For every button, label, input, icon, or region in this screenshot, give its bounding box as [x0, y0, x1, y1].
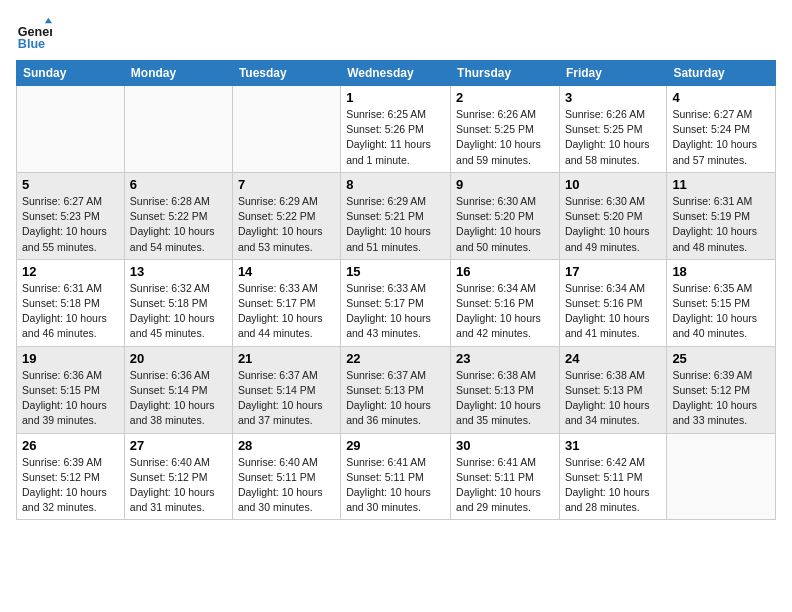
- calendar-cell: 21 Sunrise: 6:37 AMSunset: 5:14 PMDaylig…: [232, 346, 340, 433]
- day-info: Sunrise: 6:34 AMSunset: 5:16 PMDaylight:…: [565, 282, 650, 340]
- day-number: 17: [565, 264, 661, 279]
- day-number: 31: [565, 438, 661, 453]
- calendar-cell: 11 Sunrise: 6:31 AMSunset: 5:19 PMDaylig…: [667, 172, 776, 259]
- logo: General Blue: [16, 16, 56, 52]
- calendar-cell: [17, 86, 125, 173]
- svg-marker-2: [45, 18, 52, 23]
- calendar-table: SundayMondayTuesdayWednesdayThursdayFrid…: [16, 60, 776, 520]
- day-number: 29: [346, 438, 445, 453]
- day-number: 28: [238, 438, 335, 453]
- calendar-week-row: 19 Sunrise: 6:36 AMSunset: 5:15 PMDaylig…: [17, 346, 776, 433]
- day-number: 7: [238, 177, 335, 192]
- day-number: 11: [672, 177, 770, 192]
- day-info: Sunrise: 6:26 AMSunset: 5:25 PMDaylight:…: [456, 108, 541, 166]
- column-header-monday: Monday: [124, 61, 232, 86]
- calendar-cell: 17 Sunrise: 6:34 AMSunset: 5:16 PMDaylig…: [559, 259, 666, 346]
- day-number: 4: [672, 90, 770, 105]
- day-info: Sunrise: 6:27 AMSunset: 5:23 PMDaylight:…: [22, 195, 107, 253]
- page-header: General Blue: [16, 16, 776, 52]
- column-header-wednesday: Wednesday: [341, 61, 451, 86]
- column-header-sunday: Sunday: [17, 61, 125, 86]
- day-info: Sunrise: 6:31 AMSunset: 5:19 PMDaylight:…: [672, 195, 757, 253]
- day-info: Sunrise: 6:38 AMSunset: 5:13 PMDaylight:…: [456, 369, 541, 427]
- day-info: Sunrise: 6:39 AMSunset: 5:12 PMDaylight:…: [22, 456, 107, 514]
- day-info: Sunrise: 6:41 AMSunset: 5:11 PMDaylight:…: [346, 456, 431, 514]
- logo-icon: General Blue: [16, 16, 52, 52]
- day-number: 16: [456, 264, 554, 279]
- day-number: 10: [565, 177, 661, 192]
- day-info: Sunrise: 6:34 AMSunset: 5:16 PMDaylight:…: [456, 282, 541, 340]
- day-info: Sunrise: 6:31 AMSunset: 5:18 PMDaylight:…: [22, 282, 107, 340]
- calendar-cell: [124, 86, 232, 173]
- calendar-cell: 1 Sunrise: 6:25 AMSunset: 5:26 PMDayligh…: [341, 86, 451, 173]
- day-info: Sunrise: 6:38 AMSunset: 5:13 PMDaylight:…: [565, 369, 650, 427]
- column-header-tuesday: Tuesday: [232, 61, 340, 86]
- calendar-cell: 5 Sunrise: 6:27 AMSunset: 5:23 PMDayligh…: [17, 172, 125, 259]
- calendar-cell: 13 Sunrise: 6:32 AMSunset: 5:18 PMDaylig…: [124, 259, 232, 346]
- calendar-cell: 24 Sunrise: 6:38 AMSunset: 5:13 PMDaylig…: [559, 346, 666, 433]
- calendar-week-row: 12 Sunrise: 6:31 AMSunset: 5:18 PMDaylig…: [17, 259, 776, 346]
- day-info: Sunrise: 6:26 AMSunset: 5:25 PMDaylight:…: [565, 108, 650, 166]
- calendar-cell: 30 Sunrise: 6:41 AMSunset: 5:11 PMDaylig…: [451, 433, 560, 520]
- calendar-cell: 12 Sunrise: 6:31 AMSunset: 5:18 PMDaylig…: [17, 259, 125, 346]
- day-info: Sunrise: 6:30 AMSunset: 5:20 PMDaylight:…: [456, 195, 541, 253]
- calendar-cell: 20 Sunrise: 6:36 AMSunset: 5:14 PMDaylig…: [124, 346, 232, 433]
- calendar-cell: 10 Sunrise: 6:30 AMSunset: 5:20 PMDaylig…: [559, 172, 666, 259]
- day-number: 21: [238, 351, 335, 366]
- day-number: 3: [565, 90, 661, 105]
- day-number: 22: [346, 351, 445, 366]
- day-info: Sunrise: 6:36 AMSunset: 5:15 PMDaylight:…: [22, 369, 107, 427]
- day-number: 18: [672, 264, 770, 279]
- calendar-cell: 28 Sunrise: 6:40 AMSunset: 5:11 PMDaylig…: [232, 433, 340, 520]
- calendar-cell: 25 Sunrise: 6:39 AMSunset: 5:12 PMDaylig…: [667, 346, 776, 433]
- calendar-cell: 3 Sunrise: 6:26 AMSunset: 5:25 PMDayligh…: [559, 86, 666, 173]
- day-info: Sunrise: 6:30 AMSunset: 5:20 PMDaylight:…: [565, 195, 650, 253]
- day-number: 26: [22, 438, 119, 453]
- day-info: Sunrise: 6:25 AMSunset: 5:26 PMDaylight:…: [346, 108, 431, 166]
- day-info: Sunrise: 6:36 AMSunset: 5:14 PMDaylight:…: [130, 369, 215, 427]
- day-info: Sunrise: 6:35 AMSunset: 5:15 PMDaylight:…: [672, 282, 757, 340]
- day-number: 12: [22, 264, 119, 279]
- day-number: 19: [22, 351, 119, 366]
- calendar-cell: 9 Sunrise: 6:30 AMSunset: 5:20 PMDayligh…: [451, 172, 560, 259]
- day-number: 6: [130, 177, 227, 192]
- column-header-saturday: Saturday: [667, 61, 776, 86]
- day-info: Sunrise: 6:37 AMSunset: 5:13 PMDaylight:…: [346, 369, 431, 427]
- day-info: Sunrise: 6:42 AMSunset: 5:11 PMDaylight:…: [565, 456, 650, 514]
- calendar-cell: 27 Sunrise: 6:40 AMSunset: 5:12 PMDaylig…: [124, 433, 232, 520]
- day-number: 25: [672, 351, 770, 366]
- calendar-cell: 15 Sunrise: 6:33 AMSunset: 5:17 PMDaylig…: [341, 259, 451, 346]
- calendar-header-row: SundayMondayTuesdayWednesdayThursdayFrid…: [17, 61, 776, 86]
- calendar-cell: 8 Sunrise: 6:29 AMSunset: 5:21 PMDayligh…: [341, 172, 451, 259]
- calendar-cell: 4 Sunrise: 6:27 AMSunset: 5:24 PMDayligh…: [667, 86, 776, 173]
- day-number: 27: [130, 438, 227, 453]
- day-info: Sunrise: 6:32 AMSunset: 5:18 PMDaylight:…: [130, 282, 215, 340]
- calendar-cell: [667, 433, 776, 520]
- calendar-cell: 18 Sunrise: 6:35 AMSunset: 5:15 PMDaylig…: [667, 259, 776, 346]
- day-info: Sunrise: 6:29 AMSunset: 5:22 PMDaylight:…: [238, 195, 323, 253]
- day-info: Sunrise: 6:39 AMSunset: 5:12 PMDaylight:…: [672, 369, 757, 427]
- calendar-cell: 14 Sunrise: 6:33 AMSunset: 5:17 PMDaylig…: [232, 259, 340, 346]
- calendar-week-row: 5 Sunrise: 6:27 AMSunset: 5:23 PMDayligh…: [17, 172, 776, 259]
- calendar-cell: 31 Sunrise: 6:42 AMSunset: 5:11 PMDaylig…: [559, 433, 666, 520]
- calendar-cell: 16 Sunrise: 6:34 AMSunset: 5:16 PMDaylig…: [451, 259, 560, 346]
- day-info: Sunrise: 6:28 AMSunset: 5:22 PMDaylight:…: [130, 195, 215, 253]
- calendar-cell: 2 Sunrise: 6:26 AMSunset: 5:25 PMDayligh…: [451, 86, 560, 173]
- calendar-cell: 29 Sunrise: 6:41 AMSunset: 5:11 PMDaylig…: [341, 433, 451, 520]
- day-info: Sunrise: 6:27 AMSunset: 5:24 PMDaylight:…: [672, 108, 757, 166]
- calendar-cell: 23 Sunrise: 6:38 AMSunset: 5:13 PMDaylig…: [451, 346, 560, 433]
- day-info: Sunrise: 6:41 AMSunset: 5:11 PMDaylight:…: [456, 456, 541, 514]
- svg-text:Blue: Blue: [18, 37, 45, 51]
- calendar-cell: 26 Sunrise: 6:39 AMSunset: 5:12 PMDaylig…: [17, 433, 125, 520]
- day-info: Sunrise: 6:40 AMSunset: 5:11 PMDaylight:…: [238, 456, 323, 514]
- column-header-thursday: Thursday: [451, 61, 560, 86]
- column-header-friday: Friday: [559, 61, 666, 86]
- day-info: Sunrise: 6:40 AMSunset: 5:12 PMDaylight:…: [130, 456, 215, 514]
- day-number: 15: [346, 264, 445, 279]
- calendar-week-row: 26 Sunrise: 6:39 AMSunset: 5:12 PMDaylig…: [17, 433, 776, 520]
- calendar-cell: 22 Sunrise: 6:37 AMSunset: 5:13 PMDaylig…: [341, 346, 451, 433]
- day-number: 14: [238, 264, 335, 279]
- calendar-week-row: 1 Sunrise: 6:25 AMSunset: 5:26 PMDayligh…: [17, 86, 776, 173]
- day-number: 8: [346, 177, 445, 192]
- day-number: 24: [565, 351, 661, 366]
